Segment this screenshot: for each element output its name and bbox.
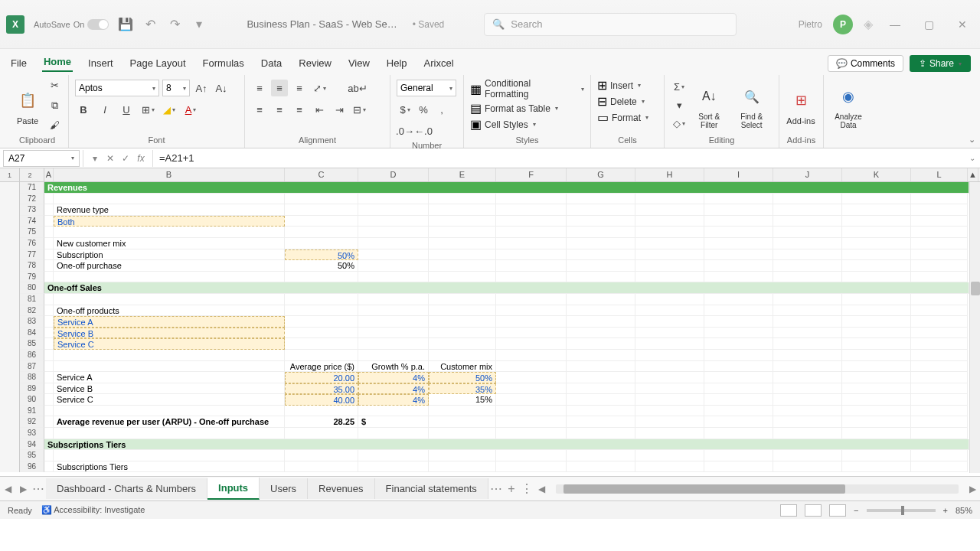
cell-I85[interactable] — [704, 338, 773, 350]
tab-data[interactable]: Data — [260, 54, 283, 72]
grid-rows[interactable]: 71Revenues7273Revenue type74Both7576New … — [0, 182, 980, 472]
cell-A75[interactable] — [44, 227, 54, 238]
cell-I92[interactable] — [704, 416, 773, 428]
undo-icon[interactable]: ↶ — [142, 17, 158, 32]
row-header[interactable]: 94 — [20, 439, 44, 451]
cell-J93[interactable] — [773, 428, 842, 439]
cell-A88[interactable] — [44, 372, 54, 383]
find-select-button[interactable]: 🔍 Find & Select — [730, 81, 773, 129]
cell-D75[interactable] — [358, 227, 429, 238]
cell-H96[interactable] — [635, 461, 704, 473]
cell-H78[interactable] — [635, 260, 704, 272]
cell-I82[interactable] — [704, 305, 773, 317]
cell-K89[interactable] — [842, 383, 911, 395]
row-header[interactable]: 78 — [20, 260, 44, 272]
cell-J95[interactable] — [773, 450, 842, 461]
cell-C82[interactable] — [285, 305, 358, 317]
cell-H81[interactable] — [635, 294, 704, 305]
cell-C92[interactable]: 28.25 — [285, 416, 358, 428]
cell-A79[interactable] — [44, 272, 54, 283]
cell-A89[interactable] — [44, 383, 54, 395]
cell-C72[interactable] — [285, 194, 358, 205]
cell-J83[interactable] — [773, 316, 842, 328]
cell-L74[interactable] — [911, 216, 968, 227]
cell-J84[interactable] — [773, 328, 842, 339]
cell-B77[interactable]: Subscription — [54, 249, 285, 261]
section-header-cell[interactable]: Subscriptions Tiers — [44, 439, 969, 451]
cell-K82[interactable] — [842, 305, 911, 317]
row-header[interactable]: 74 — [20, 216, 44, 227]
cell-K87[interactable] — [842, 361, 911, 373]
cell-B96[interactable]: Subscriptions Tiers — [54, 461, 285, 473]
cell-G89[interactable] — [567, 383, 635, 395]
col-E[interactable]: E — [429, 168, 496, 181]
close-button[interactable]: ✕ — [951, 17, 974, 32]
accessibility-status[interactable]: ♿ Accessibility: Investigate — [41, 505, 145, 515]
cell-E78[interactable] — [429, 260, 496, 272]
percent-icon[interactable]: % — [415, 101, 432, 118]
cell-I73[interactable] — [704, 204, 773, 216]
col-B[interactable]: B — [54, 168, 285, 181]
cell-F86[interactable] — [496, 350, 567, 361]
cell-E91[interactable] — [429, 406, 496, 417]
increase-font-icon[interactable]: A↑ — [193, 80, 210, 96]
comma-icon[interactable]: , — [433, 101, 450, 118]
cell-A81[interactable] — [44, 294, 54, 305]
cell-B85[interactable]: Service C — [54, 338, 285, 350]
cell-J82[interactable] — [773, 305, 842, 317]
cell-L85[interactable] — [911, 338, 968, 350]
cell-B75[interactable] — [54, 227, 285, 238]
cell-C74[interactable] — [285, 216, 358, 227]
cell-K88[interactable] — [842, 372, 911, 383]
cell-G95[interactable] — [567, 450, 635, 461]
cell-D90[interactable]: 4% — [358, 394, 429, 406]
cell-G75[interactable] — [567, 227, 635, 238]
row-header[interactable]: 91 — [20, 406, 44, 417]
cell-I96[interactable] — [704, 461, 773, 473]
tab-view[interactable]: View — [347, 54, 371, 72]
cell-K79[interactable] — [842, 272, 911, 283]
cell-E88[interactable]: 50% — [429, 372, 496, 383]
cell-F92[interactable] — [496, 416, 567, 428]
cell-D76[interactable] — [358, 238, 429, 249]
cell-K83[interactable] — [842, 316, 911, 328]
row-header[interactable]: 92 — [20, 416, 44, 428]
cell-B90[interactable]: Service C — [54, 394, 285, 406]
zoom-level[interactable]: 85% — [956, 506, 972, 515]
cell-G92[interactable] — [567, 416, 635, 428]
cell-C85[interactable] — [285, 338, 358, 350]
cell-H84[interactable] — [635, 328, 704, 339]
decrease-font-icon[interactable]: A↓ — [213, 80, 230, 96]
row-header[interactable]: 80 — [20, 282, 44, 294]
cell-J90[interactable] — [773, 394, 842, 406]
cell-F96[interactable] — [496, 461, 567, 473]
cell-D73[interactable] — [358, 204, 429, 216]
cell-H76[interactable] — [635, 238, 704, 249]
cell-H72[interactable] — [635, 194, 704, 205]
cell-E79[interactable] — [429, 272, 496, 283]
cell-B91[interactable] — [54, 406, 285, 417]
cell-I75[interactable] — [704, 227, 773, 238]
cell-L91[interactable] — [911, 406, 968, 417]
row-header[interactable]: 83 — [20, 316, 44, 328]
cell-L79[interactable] — [911, 272, 968, 283]
cell-A74[interactable] — [44, 216, 54, 227]
row-header[interactable]: 79 — [20, 272, 44, 283]
cell-F95[interactable] — [496, 450, 567, 461]
cell-E76[interactable] — [429, 238, 496, 249]
cell-G84[interactable] — [567, 328, 635, 339]
cell-H77[interactable] — [635, 249, 704, 261]
row-header[interactable]: 75 — [20, 227, 44, 238]
cell-K86[interactable] — [842, 350, 911, 361]
format-painter-icon[interactable]: 🖌 — [46, 117, 63, 134]
col-G[interactable]: G — [567, 168, 635, 181]
cell-H85[interactable] — [635, 338, 704, 350]
comments-button[interactable]: 💬 Comments — [828, 55, 903, 72]
format-as-table-button[interactable]: ▤Format as Table▾ — [470, 101, 584, 116]
document-title[interactable]: Business Plan - SaaS - Web Se… — [247, 18, 397, 30]
font-name-select[interactable]: Aptos▾ — [75, 80, 159, 96]
cell-D74[interactable] — [358, 216, 429, 227]
cell-C81[interactable] — [285, 294, 358, 305]
formula-input[interactable]: =A21+1 — [153, 152, 965, 164]
qat-customize-icon[interactable]: ▾ — [191, 17, 207, 32]
